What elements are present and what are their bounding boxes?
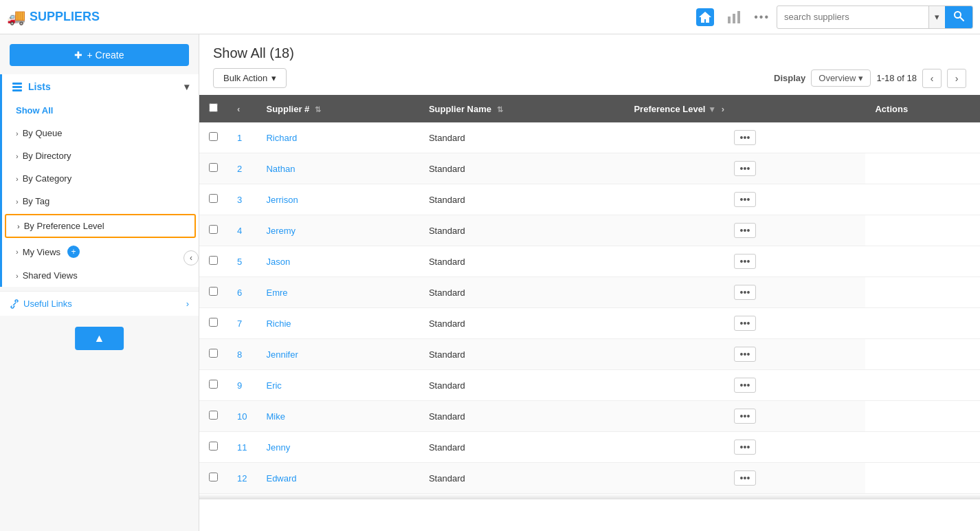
row-actions-button-3[interactable]: ••• — [734, 192, 757, 207]
row-checkbox-11[interactable] — [209, 442, 218, 451]
row-actions-button-7[interactable]: ••• — [734, 316, 757, 331]
expand-icon: ‹ — [237, 104, 240, 114]
preference-sort-icon: › — [722, 104, 724, 114]
row-name-cell-11[interactable]: Jenny — [256, 432, 419, 463]
th-actions-label: Actions — [875, 104, 908, 114]
next-page-button[interactable]: › — [947, 69, 966, 88]
row-actions-button-6[interactable]: ••• — [734, 285, 757, 300]
row-actions-button-5[interactable]: ••• — [734, 254, 757, 269]
row-checkbox-6[interactable] — [209, 287, 218, 296]
row-actions-cell-6: ••• — [624, 277, 865, 308]
more-button[interactable]: ••• — [754, 11, 770, 23]
table-footer-fade — [199, 494, 980, 499]
sidebar-item-by-category[interactable]: › By Category — [2, 167, 199, 190]
row-num-link-5[interactable]: 5 — [237, 257, 242, 267]
sidebar-collapse-handle[interactable]: ‹ — [183, 250, 199, 266]
row-num-link-7[interactable]: 7 — [237, 318, 242, 329]
row-num-link-3[interactable]: 3 — [237, 195, 242, 205]
sidebar-item-useful-links[interactable]: Useful Links › — [0, 291, 199, 316]
row-name-cell-4[interactable]: Jeremy — [256, 215, 419, 246]
sidebar-lists-header[interactable]: Lists ▾ — [2, 74, 199, 99]
prev-page-button[interactable]: ‹ — [922, 69, 942, 88]
row-name-cell-9[interactable]: Eric — [256, 370, 419, 401]
row-checkbox-cell — [199, 370, 227, 401]
row-actions-button-9[interactable]: ••• — [734, 378, 757, 393]
row-actions-button-11[interactable]: ••• — [734, 440, 757, 455]
row-actions-cell-5: ••• — [624, 246, 865, 277]
add-my-view-button[interactable]: + — [67, 246, 80, 258]
row-checkbox-9[interactable] — [209, 380, 218, 389]
search-go-button[interactable] — [945, 6, 972, 29]
row-num-cell: 12 — [227, 463, 256, 494]
row-num-link-8[interactable]: 8 — [237, 349, 242, 360]
row-checkbox-cell — [199, 153, 227, 184]
row-checkbox-5[interactable] — [209, 256, 218, 265]
row-preference-cell-6: Standard — [419, 277, 624, 308]
row-num-link-11[interactable]: 11 — [237, 442, 247, 453]
row-checkbox-cell — [199, 308, 227, 339]
row-checkbox-2[interactable] — [209, 163, 218, 172]
row-name-cell-10[interactable]: Mike — [256, 401, 419, 432]
th-supplier-name[interactable]: Supplier Name ⇅ — [419, 95, 624, 122]
table-row: 9 Eric Standard ••• — [199, 370, 980, 401]
row-actions-button-2[interactable]: ••• — [734, 161, 757, 176]
row-name-cell-12[interactable]: Edward — [256, 463, 419, 494]
row-name-cell-8[interactable]: Jennifer — [256, 339, 419, 370]
create-label: + Create — [87, 50, 124, 61]
table-row: 8 Jennifer Standard ••• — [199, 339, 980, 370]
row-checkbox-4[interactable] — [209, 225, 218, 234]
row-name-cell-2[interactable]: Nathan — [256, 153, 419, 184]
row-num-link-4[interactable]: 4 — [237, 226, 242, 236]
table-row: 6 Emre Standard ••• — [199, 277, 980, 308]
row-checkbox-7[interactable] — [209, 318, 218, 327]
row-checkbox-10[interactable] — [209, 411, 218, 420]
row-name-cell-1[interactable]: Richard — [256, 122, 419, 153]
shared-views-chevron-icon: › — [16, 272, 19, 280]
sidebar-item-by-tag[interactable]: › By Tag — [2, 190, 199, 213]
scroll-top-button[interactable]: ▲ — [75, 327, 124, 350]
sidebar-item-by-queue[interactable]: › By Queue — [2, 122, 199, 144]
th-preference-level[interactable]: Preference Level ▼ › — [624, 95, 865, 122]
row-num-link-10[interactable]: 10 — [237, 411, 247, 422]
sidebar-item-my-views[interactable]: › My Views + — [2, 239, 199, 264]
th-supplier-num-label: Supplier # — [266, 104, 309, 114]
row-name-cell-6[interactable]: Emre — [256, 277, 419, 308]
table-row: 4 Jeremy Standard ••• — [199, 215, 980, 246]
row-num-link-1[interactable]: 1 — [237, 133, 242, 143]
supplier-num-sort-icon: ⇅ — [315, 105, 321, 113]
sidebar-item-show-all[interactable]: Show All — [2, 99, 199, 122]
row-actions-button-12[interactable]: ••• — [734, 470, 757, 486]
home-button[interactable] — [696, 8, 714, 26]
list-icon — [12, 81, 23, 92]
create-button[interactable]: ✚ + Create — [10, 44, 189, 66]
row-num-link-12[interactable]: 12 — [237, 473, 247, 484]
row-name-cell-7[interactable]: Richie — [256, 308, 419, 339]
row-name-cell-3[interactable]: Jerrison — [256, 184, 419, 215]
display-select[interactable]: Overview ▾ — [811, 69, 871, 87]
row-num-link-9[interactable]: 9 — [237, 380, 242, 391]
row-name-cell-5[interactable]: Jason — [256, 246, 419, 277]
search-input[interactable] — [777, 12, 928, 22]
row-actions-cell-9: ••• — [624, 370, 865, 401]
row-num-link-2[interactable]: 2 — [237, 164, 242, 174]
chart-button[interactable] — [726, 10, 742, 25]
row-checkbox-8[interactable] — [209, 349, 218, 358]
row-actions-button-10[interactable]: ••• — [734, 409, 757, 424]
row-checkbox-12[interactable] — [209, 473, 218, 481]
sidebar-item-by-preference-level[interactable]: › By Preference Level — [5, 214, 196, 238]
row-preference-cell-5: Standard — [419, 246, 624, 277]
row-num-link-6[interactable]: 6 — [237, 288, 242, 298]
sidebar-item-shared-views[interactable]: › Shared Views — [2, 264, 199, 287]
th-supplier-num[interactable]: Supplier # ⇅ — [256, 95, 419, 122]
table-row: 3 Jerrison Standard ••• — [199, 184, 980, 215]
row-preference-cell-10: Standard — [419, 401, 624, 432]
row-actions-button-8[interactable]: ••• — [734, 347, 757, 362]
sidebar-item-by-directory[interactable]: › By Directory — [2, 144, 199, 167]
row-actions-button-4[interactable]: ••• — [734, 223, 757, 238]
row-checkbox-1[interactable] — [209, 132, 218, 141]
search-dropdown-button[interactable]: ▾ — [928, 6, 945, 28]
row-checkbox-3[interactable] — [209, 194, 218, 203]
row-actions-button-1[interactable]: ••• — [734, 130, 757, 145]
select-all-checkbox[interactable] — [209, 103, 218, 112]
bulk-action-button[interactable]: Bulk Action ▾ — [213, 68, 287, 88]
